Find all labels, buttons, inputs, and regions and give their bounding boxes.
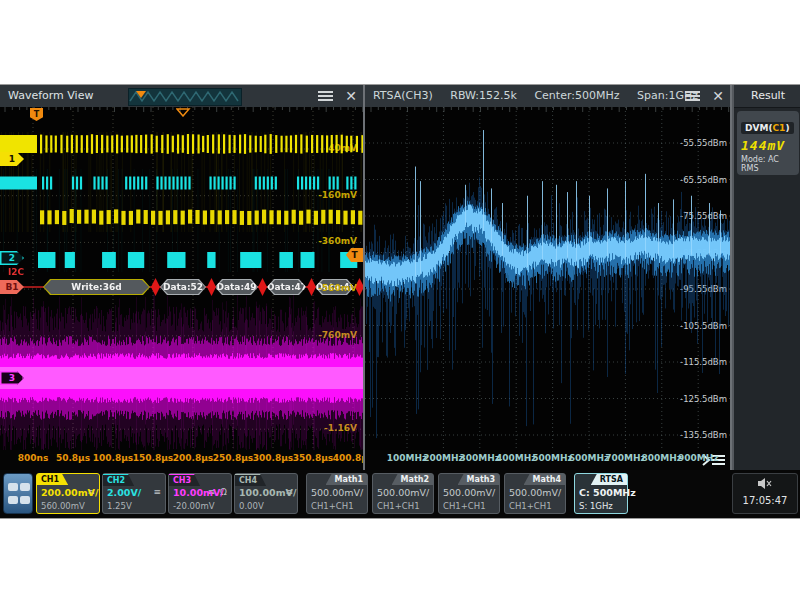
i2c-bus-label: I2C bbox=[8, 267, 24, 277]
result-panel: Result DVM(C1) 144mV Mode: AC RMS bbox=[732, 85, 800, 470]
i2c-frame-write: Write:36d bbox=[43, 279, 150, 295]
frequency-axis-label: 500MHz bbox=[532, 453, 573, 463]
i2c-frame-data: Data:47 bbox=[267, 279, 306, 295]
math-expr: CH1+CH1 bbox=[377, 501, 420, 511]
clock-box[interactable]: 17:05:47 bbox=[732, 473, 798, 514]
waveform-plot-area: T 1 2 I2C B1 3 T Write:36dData:52Data:49… bbox=[0, 107, 363, 450]
dvm-source-chip: DVM(C1) bbox=[741, 122, 794, 134]
waveform-canvas[interactable] bbox=[0, 107, 363, 450]
math-box-4[interactable]: Math4500.00mV/CH1+CH1 bbox=[504, 473, 566, 514]
i2c-frame-text: Data:49 bbox=[216, 282, 256, 292]
waveform-view-panel: Waveform View ✕ T 1 2 I2C bbox=[0, 85, 363, 470]
rtsa-rbw: RBW:152.5k bbox=[450, 89, 517, 102]
math-tab-3[interactable]: Math3 bbox=[458, 474, 499, 485]
math-scale: 500.00mV/ bbox=[377, 487, 430, 498]
rtsa-title: RTSA(CH3) bbox=[365, 89, 433, 102]
time-axis-label: 200.8μs bbox=[173, 453, 213, 463]
channel-box-ch1[interactable]: CH1≡200.00mV/560.00mV bbox=[36, 473, 100, 514]
math-tab-2[interactable]: Math2 bbox=[392, 474, 433, 485]
channel-offset: 0.00V bbox=[239, 501, 264, 511]
spectrum-canvas[interactable] bbox=[365, 107, 730, 450]
channel-offset: 1.25V bbox=[107, 501, 132, 511]
i2c-frame-data: Data:52 bbox=[160, 279, 206, 295]
time-axis-label: 350.8μs bbox=[293, 453, 333, 463]
i2c-frame-text: Write:36d bbox=[71, 282, 121, 292]
channel-scale: ≡200.00mV/ bbox=[41, 487, 96, 498]
record-preview-strip[interactable] bbox=[128, 88, 242, 106]
frequency-axis: 100MHz200MHz300MHz400MHz500MHz600MHz700M… bbox=[365, 450, 730, 470]
time-axis-label: 100.8μs bbox=[93, 453, 133, 463]
math-box-2[interactable]: Math2500.00mV/CH1+CH1 bbox=[372, 473, 434, 514]
channel-tab-ch1[interactable]: CH1 bbox=[37, 474, 68, 485]
math-tab-4[interactable]: Math4 bbox=[524, 474, 565, 485]
i2c-frame-data: Data:49 bbox=[215, 279, 258, 295]
home-menu-button[interactable] bbox=[3, 473, 33, 514]
channel-tab-ch4[interactable]: CH4 bbox=[235, 474, 266, 486]
rtsa-panel: RTSA(CH3) RBW:152.5k Center:500MHz Span:… bbox=[365, 85, 730, 470]
math-scale: 500.00mV/ bbox=[443, 487, 496, 498]
rtsa-center: Center:500MHz bbox=[534, 89, 619, 102]
coupling-icon: ≡ bbox=[153, 487, 162, 497]
system-clock: 17:05:47 bbox=[733, 495, 797, 506]
channel-scale: ≡2.00V/ bbox=[107, 487, 162, 498]
frequency-axis-label: 900MHz bbox=[678, 453, 719, 463]
math-expr: CH1+CH1 bbox=[509, 501, 552, 511]
dvm-value: 144mV bbox=[741, 138, 795, 153]
spectrum-plot-area: -55.55dBm-65.55dBm-75.55dBm-85.55dBm-95.… bbox=[365, 107, 730, 450]
channel-box-ch2[interactable]: CH2≡2.00V/1.25V bbox=[102, 473, 166, 514]
math-tab-1[interactable]: Math1 bbox=[326, 474, 367, 485]
frequency-axis-label: 700MHz bbox=[605, 453, 646, 463]
channel-scale: ≡100.00mV/ bbox=[239, 487, 294, 498]
rtsa-titlebar: RTSA(CH3) RBW:152.5k Center:500MHz Span:… bbox=[365, 85, 730, 108]
waveform-menu-icon[interactable] bbox=[318, 89, 333, 103]
trigger-delay-icon[interactable] bbox=[176, 108, 191, 117]
oscilloscope-screen: Waveform View ✕ T 1 2 I2C bbox=[0, 85, 800, 518]
rtsa-center-value: C: 500MHz bbox=[579, 487, 624, 498]
rtsa-box[interactable]: RTSAC: 500MHzS: 1GHz bbox=[574, 473, 628, 514]
channel-box-ch3[interactable]: CH3≡ Ω10.00mV/-20.00mV bbox=[168, 473, 232, 514]
channel-scale: ≡ Ω10.00mV/ bbox=[173, 487, 228, 498]
channel-scale-value: 2.00V/ bbox=[107, 487, 141, 498]
rtsa-menu-icon[interactable] bbox=[685, 89, 700, 103]
math-box-1[interactable]: Math1500.00mV/CH1+CH1 bbox=[306, 473, 368, 514]
rtsa-close-icon[interactable]: ✕ bbox=[712, 89, 724, 103]
sound-muted-icon bbox=[758, 478, 772, 489]
waveform-titlebar: Waveform View ✕ bbox=[0, 85, 363, 108]
time-axis: 800ns50.8μs100.8μs150.8μs200.8μs250.8μs3… bbox=[0, 450, 363, 470]
channel-tab-ch3[interactable]: CH3 bbox=[169, 474, 200, 486]
math-expr: CH1+CH1 bbox=[311, 501, 354, 511]
rtsa-tab[interactable]: RTSA bbox=[591, 474, 627, 485]
frequency-axis-label: 600MHz bbox=[569, 453, 610, 463]
frequency-axis-label: 300MHz bbox=[460, 453, 501, 463]
bottom-status-bar: CH1≡200.00mV/560.00mVCH2≡2.00V/1.25VCH3≡… bbox=[0, 470, 800, 518]
math-scale: 500.00mV/ bbox=[311, 487, 364, 498]
channel-box-ch4[interactable]: CH4≡100.00mV/0.00V bbox=[234, 473, 298, 514]
time-axis-label: 800ns bbox=[18, 453, 49, 463]
frequency-axis-label: 800MHz bbox=[642, 453, 683, 463]
time-axis-label: 250.8μs bbox=[213, 453, 253, 463]
i2c-frame-text: Data:47 bbox=[267, 282, 307, 292]
math-expr: CH1+CH1 bbox=[443, 501, 486, 511]
math-box-3[interactable]: Math3500.00mV/CH1+CH1 bbox=[438, 473, 500, 514]
math-scale: 500.00mV/ bbox=[509, 487, 562, 498]
time-axis-label: 300.8μs bbox=[253, 453, 293, 463]
channel-scale-value: 10.00mV/ bbox=[173, 487, 224, 498]
rtsa-span-value: S: 1GHz bbox=[579, 501, 613, 511]
dvm-source: C1 bbox=[773, 123, 786, 133]
voltage-label: -560mV bbox=[318, 283, 357, 293]
channel-offset: 560.00mV bbox=[41, 501, 85, 511]
screenshot-page: { "waveform_view": { "title": "Waveform … bbox=[0, 0, 800, 600]
waveform-close-icon[interactable]: ✕ bbox=[345, 89, 357, 103]
i2c-frame-text: Data:52 bbox=[163, 282, 203, 292]
channel-scale-value: 200.00mV/ bbox=[41, 487, 98, 498]
channel-offset: -20.00mV bbox=[173, 501, 215, 511]
frequency-axis-label: 200MHz bbox=[423, 453, 464, 463]
time-axis-label: 150.8μs bbox=[133, 453, 173, 463]
dvm-mode: Mode: AC RMS bbox=[741, 155, 795, 173]
frequency-axis-label: 400MHz bbox=[496, 453, 537, 463]
result-header: Result bbox=[734, 85, 800, 108]
time-axis-label: 50.8μs bbox=[56, 453, 90, 463]
dvm-result-card[interactable]: DVM(C1) 144mV Mode: AC RMS bbox=[737, 111, 799, 175]
waveform-title: Waveform View bbox=[0, 89, 93, 102]
channel-tab-ch2[interactable]: CH2 bbox=[103, 474, 134, 486]
